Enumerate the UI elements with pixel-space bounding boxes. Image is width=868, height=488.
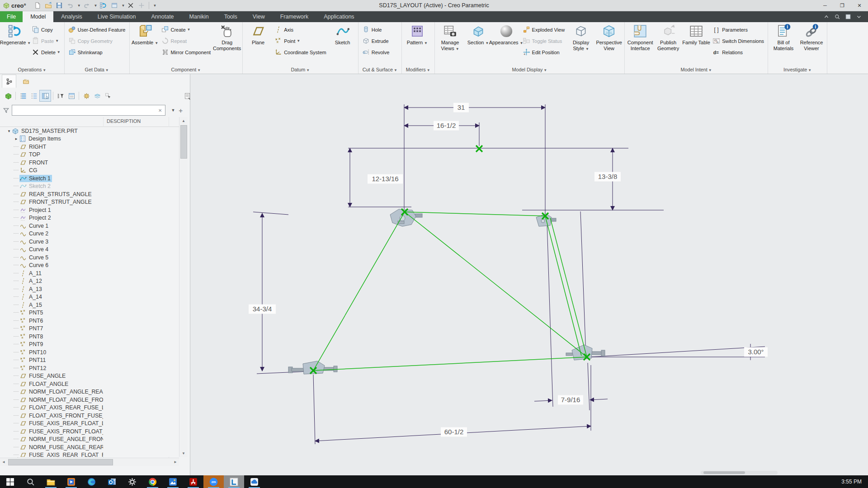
tree-filter-button[interactable] (55, 90, 66, 101)
tree-row-norm-fuse-angle-rear[interactable]: NORM_FUSE_ANGLE_REAR (0, 443, 179, 451)
tree-info-button[interactable] (66, 90, 77, 101)
create-button[interactable]: Create▼ (159, 24, 213, 35)
manage-views-button[interactable]: Manage Views▼ (436, 22, 464, 52)
switch-window-icon[interactable] (843, 14, 854, 20)
tab-tools[interactable]: Tools (217, 11, 245, 22)
search-icon[interactable] (832, 14, 843, 20)
settings-gear-button[interactable] (81, 90, 92, 101)
folder-browser-tab[interactable] (19, 75, 33, 87)
tree-row-pnt5[interactable]: PNT5 (0, 309, 179, 317)
perspective-view-button[interactable]: Perspective View (595, 22, 623, 51)
redo-caret[interactable]: ▼ (94, 4, 98, 8)
close-button[interactable]: ✕ (851, 0, 868, 11)
tree-horizontal-scrollbar[interactable]: ◄ ► (0, 458, 179, 466)
tree-row-float-axis-front-fuse-left[interactable]: FLOAT_AXIS_FRONT_FUSE_LEFT (0, 412, 179, 420)
customize-quick-access-caret[interactable]: ▼ (153, 4, 156, 8)
extrude-button[interactable]: Extrude (360, 35, 392, 47)
model-tree-tab[interactable] (2, 75, 16, 88)
tree-row-curve-4[interactable]: Curve 4 (0, 246, 179, 254)
tree-row-pnt10[interactable]: PNT10 (0, 348, 179, 357)
tree-row-norm-fuse-angle-front[interactable]: NORM_FUSE_ANGLE_FRONT (0, 436, 179, 444)
drag-components-button[interactable]: Drag Components (213, 22, 241, 51)
tree-row-fuse-axis-rear-float-right[interactable]: FUSE_AXIS_REAR_FLOAT_RIGHT (0, 451, 179, 457)
bill-of-materials-button[interactable]: iBill of Materials (769, 22, 797, 51)
assemble-button[interactable]: Assemble▼ (131, 22, 159, 47)
taskbar-acrobat[interactable] (183, 475, 203, 488)
pattern-button[interactable]: Pattern▼ (403, 22, 431, 47)
tree-row-norm-float-angle-front[interactable]: NORM_FLOAT_ANGLE_FRONT (0, 396, 179, 404)
user-defined-feature-button[interactable]: User-Defined Feature (66, 24, 128, 35)
tree-row-a-14[interactable]: A_14 (0, 293, 179, 301)
revolve-button[interactable]: Revolve (360, 47, 392, 58)
group-label-operations[interactable]: Operations▼ (1, 66, 63, 74)
taskbar-file-explorer[interactable] (41, 475, 61, 488)
group-label-component[interactable]: Component▼ (131, 66, 241, 74)
select-arrow-button[interactable] (103, 90, 113, 101)
group-label-investigate[interactable]: Investigate▼ (769, 66, 826, 74)
dimension-bottom-width[interactable]: 60-1/2 (441, 427, 467, 437)
tree-row-float-axis-rear-fuse-left[interactable]: FLOAT_AXIS_REAR_FUSE_LEFT (0, 404, 179, 412)
exploded-view-button[interactable]: Exploded View (520, 24, 567, 35)
display-style-button[interactable]: Display Style▼ (567, 22, 595, 52)
scroll-left-arrow[interactable]: ◄ (0, 458, 7, 465)
axis-button[interactable]: Axis (272, 24, 329, 35)
hole-button[interactable]: Hole (360, 24, 392, 35)
tree-row-pnt8[interactable]: PNT8 (0, 333, 179, 341)
sketch-lines[interactable] (313, 212, 587, 371)
taskbar-photos[interactable] (163, 475, 183, 488)
sketch-canvas[interactable]: 3116-1/212-13/1613-3/834-3/460-1/27-9/16… (190, 74, 868, 475)
group-label-modifiers[interactable]: Modifiers▼ (403, 66, 433, 74)
close-window-button[interactable] (126, 1, 136, 10)
tree-search-input[interactable] (12, 105, 165, 116)
tree-row-design-items[interactable]: ▸Design Items (0, 135, 179, 143)
tree-row-front-strut-angle[interactable]: FRONT_STRUT_ANGLE (0, 198, 179, 206)
tree-row-sketch-1[interactable]: Sketch 1 (0, 174, 179, 183)
tree-row-pnt12[interactable]: PNT12 (0, 364, 179, 372)
tree-row-front[interactable]: FRONT (0, 159, 179, 167)
relations-button[interactable]: d=Relations (710, 47, 766, 58)
tree-row-curve-3[interactable]: Curve 3 (0, 238, 179, 246)
tree-columns-button[interactable] (39, 90, 51, 102)
canvas-horizontal-scrollbar[interactable] (701, 471, 778, 474)
window-switch-button[interactable] (109, 1, 119, 10)
tree-row-curve-6[interactable]: Curve 6 (0, 262, 179, 270)
tree-row-fuse-angle[interactable]: FUSE_ANGLE (0, 372, 179, 380)
coordinate-system-button[interactable]: Coordinate System (272, 47, 329, 58)
save-button[interactable] (54, 1, 64, 10)
tab-file[interactable]: File (0, 11, 23, 22)
group-label-model-display[interactable]: Model Display▼ (436, 66, 623, 74)
bracket-components[interactable] (288, 209, 605, 374)
tree-row-a-11[interactable]: A_11 (0, 269, 179, 277)
more-icon[interactable] (854, 14, 864, 20)
paste-button[interactable]: Paste▼ (29, 35, 63, 47)
edit-position-button[interactable]: 4Edit Position (520, 47, 567, 58)
tree-row-fuse-axis-rear-float-left[interactable]: FUSE_AXIS_REAR_FLOAT_LEFT (0, 420, 179, 428)
sketch-button[interactable]: Sketch (329, 22, 357, 46)
dimension-right-height[interactable]: 13-3/8 (594, 172, 621, 182)
maximize-button[interactable]: ❐ (834, 0, 851, 11)
expand-all-button[interactable] (18, 90, 28, 101)
taskbar-onedrive[interactable] (244, 475, 264, 488)
section-button[interactable]: Section▼ (464, 22, 492, 47)
taskbar-edge[interactable] (81, 475, 102, 488)
tree-row-sketch-2[interactable]: Sketch 2 (0, 183, 179, 191)
group-label-model-intent[interactable]: Model Intent▼ (626, 66, 766, 74)
scroll-down-arrow[interactable]: ▼ (179, 450, 188, 457)
minimize-button[interactable]: ─ (816, 0, 834, 11)
expand-caret[interactable]: ▸ (14, 136, 19, 141)
tree-row-float-angle[interactable]: FLOAT_ANGLE (0, 380, 179, 388)
dimension-mid-width[interactable]: 16-1/2 (434, 121, 459, 131)
graphics-area[interactable]: 3116-1/212-13/1613-3/834-3/460-1/27-9/16… (190, 74, 868, 475)
tab-model[interactable]: Model (23, 11, 53, 22)
scroll-up-arrow[interactable]: ▲ (179, 117, 188, 124)
copy-geometry-button[interactable]: Copy Geometry (66, 35, 128, 47)
dimension-strut-height[interactable]: 34-3/4 (249, 305, 276, 314)
publish-geometry-button[interactable]: Publish Geometry (654, 22, 682, 51)
datum-plus-button[interactable] (137, 1, 146, 10)
tree-row-pnt6[interactable]: PNT6 (0, 317, 179, 325)
undo-caret[interactable]: ▼ (77, 4, 81, 8)
tree-row-fuse-axis-front-float-left[interactable]: FUSE_AXIS_FRONT_FLOAT_LEFT (0, 427, 179, 436)
tab-live-simulation[interactable]: Live Simulation (90, 11, 144, 22)
add-filter-button[interactable]: + (179, 107, 183, 114)
family-table-button[interactable]: Family Table (682, 22, 710, 46)
